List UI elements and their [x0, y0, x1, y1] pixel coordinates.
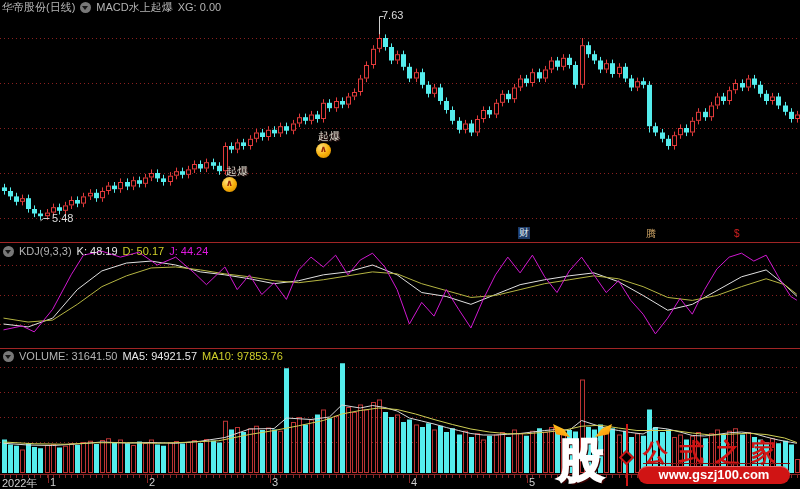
volume-ma10-value: MA10: 97853.76	[202, 350, 283, 362]
panel-watermark: 财	[518, 227, 530, 239]
signal-label: 起爆	[318, 129, 340, 144]
axis-month-label: 2	[149, 476, 155, 488]
indicator-name: MACD水上起爆	[96, 1, 172, 13]
up-chevron-icon: ∧	[320, 145, 327, 154]
price-high-label: 7.63	[382, 9, 403, 21]
indicator-xg-value: XG: 0.00	[178, 1, 221, 13]
volume-value: VOLUME: 31641.50	[19, 350, 117, 362]
kdj-indicator-name: KDJ(9,3,3)	[19, 245, 72, 257]
stock-title: 华帝股份(日线)	[2, 1, 75, 13]
price-low-label: 5.48	[52, 212, 73, 224]
kdj-header: KDJ(9,3,3) K: 48.19 D: 50.17 J: 44.24	[3, 245, 208, 257]
collapse-icon[interactable]	[80, 2, 91, 13]
collapse-icon[interactable]	[3, 246, 14, 257]
panel-watermark: $	[733, 228, 741, 240]
signal-burst-icon: ∧	[316, 143, 331, 158]
kdj-j-value: J: 44.24	[169, 245, 208, 257]
site-name: 公式之家	[643, 436, 787, 469]
site-name-underline	[643, 463, 790, 464]
stock-chart-window: 华帝股份(日线) MACD水上起爆 XG: 0.00 KDJ(9,3,3) K:…	[0, 0, 800, 489]
main-header: 华帝股份(日线) MACD水上起爆 XG: 0.00	[2, 1, 221, 13]
site-url-badge: www.gszj100.com	[638, 466, 790, 484]
collapse-icon[interactable]	[3, 351, 14, 362]
kdj-d-value: D: 50.17	[123, 245, 165, 257]
axis-month-label: 2022年	[2, 476, 37, 489]
logo-character: 股	[558, 430, 604, 489]
axis-month-label: 5	[529, 476, 535, 488]
axis-month-label: 1	[50, 476, 56, 488]
up-chevron-icon: ∧	[226, 179, 233, 188]
kdj-k-value: K: 48.19	[77, 245, 118, 257]
volume-header: VOLUME: 31641.50 MA5: 94921.57 MA10: 978…	[3, 350, 283, 362]
axis-month-label: 4	[411, 476, 417, 488]
signal-burst-icon: ∧	[222, 177, 237, 192]
panel-watermark: 腾	[645, 228, 657, 240]
axis-month-label: 3	[272, 476, 278, 488]
volume-ma5-value: MA5: 94921.57	[122, 350, 197, 362]
